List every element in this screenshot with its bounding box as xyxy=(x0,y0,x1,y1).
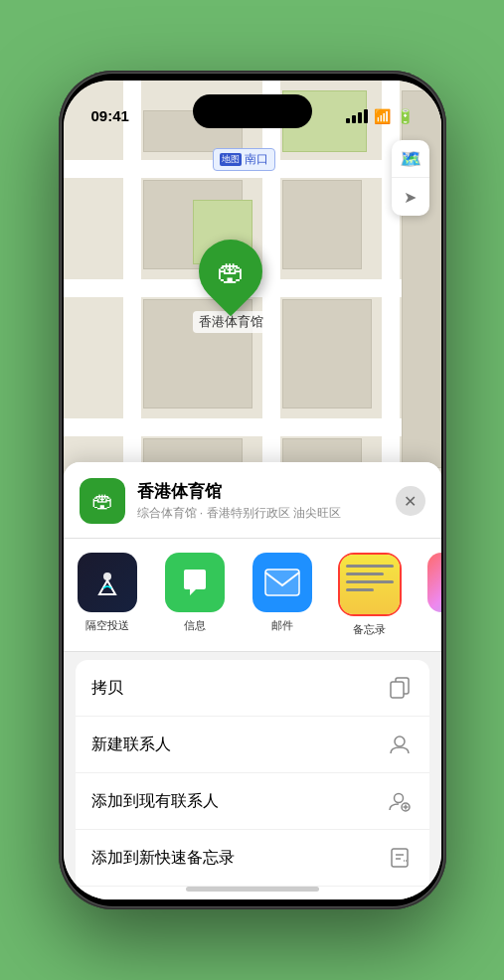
copy-action[interactable]: 拷贝 xyxy=(76,660,429,717)
airdrop-icon xyxy=(78,553,137,612)
add-quick-note-icon xyxy=(386,844,414,872)
map-type-button[interactable]: 🗺️ xyxy=(392,140,429,178)
map-south-entrance-label: 地图 南口 xyxy=(213,148,275,171)
add-existing-contact-action[interactable]: 添加到现有联系人 xyxy=(76,773,429,830)
copy-label: 拷贝 xyxy=(91,678,123,699)
dynamic-island xyxy=(193,94,312,128)
add-existing-contact-icon xyxy=(386,787,414,815)
map-area[interactable]: 地图 南口 🗺️ ➤ 🏟 香港体育馆 xyxy=(64,81,441,508)
location-marker: 🏟 香港体育馆 xyxy=(193,240,269,333)
action-list: 拷贝 新建联系人 xyxy=(76,660,429,899)
sheet-info: 香港体育馆 综合体育馆 · 香港特别行政区 油尖旺区 xyxy=(137,480,384,522)
mail-label: 邮件 xyxy=(271,618,293,633)
add-existing-contact-label: 添加到现有联系人 xyxy=(91,791,219,812)
svg-point-5 xyxy=(395,736,405,746)
more-app[interactable]: ⋯ 推 xyxy=(414,553,441,637)
map-controls: 🗺️ ➤ xyxy=(392,140,429,216)
map-type-icon: 🗺️ xyxy=(400,148,421,170)
add-quick-note-action[interactable]: 添加到新快速备忘录 xyxy=(76,830,429,887)
close-button[interactable]: ✕ xyxy=(396,486,425,516)
copy-icon xyxy=(386,674,414,702)
svg-point-6 xyxy=(394,794,403,803)
bottom-sheet: 🏟 香港体育馆 综合体育馆 · 香港特别行政区 油尖旺区 ✕ xyxy=(64,462,441,899)
signal-bars-icon xyxy=(346,109,368,123)
home-indicator xyxy=(186,887,319,892)
wifi-icon: 📶 xyxy=(374,108,391,124)
messages-app[interactable]: 信息 xyxy=(151,553,239,637)
svg-rect-1 xyxy=(265,570,299,595)
status-time: 09:41 xyxy=(91,107,129,126)
phone-screen: 09:41 📶 🔋 xyxy=(64,81,441,899)
add-quick-note-label: 添加到新快速备忘录 xyxy=(91,848,235,869)
notes-icon xyxy=(340,555,400,614)
status-icons: 📶 🔋 xyxy=(346,108,414,126)
new-contact-icon xyxy=(386,731,414,758)
share-apps-row: 隔空投送 信息 xyxy=(64,539,441,651)
airdrop-label: 隔空投送 xyxy=(85,618,129,633)
phone-frame: 09:41 📶 🔋 xyxy=(59,71,446,909)
stadium-icon: 🏟 xyxy=(217,255,245,288)
close-icon: ✕ xyxy=(404,492,417,511)
mail-icon xyxy=(252,553,312,612)
location-arrow-icon: ➤ xyxy=(404,188,417,207)
svg-rect-4 xyxy=(391,682,404,698)
venue-title: 香港体育馆 xyxy=(137,480,384,503)
messages-icon xyxy=(165,553,225,612)
marker-pin: 🏟 xyxy=(186,227,276,317)
svg-rect-10 xyxy=(392,849,408,867)
venue-icon: 🏟 xyxy=(80,478,125,524)
venue-subtitle: 综合体育馆 · 香港特别行政区 油尖旺区 xyxy=(137,505,384,522)
notes-label: 备忘录 xyxy=(353,622,386,637)
notes-app[interactable]: 备忘录 xyxy=(326,553,414,637)
airdrop-app[interactable]: 隔空投送 xyxy=(64,553,151,637)
new-contact-label: 新建联系人 xyxy=(91,735,171,755)
sheet-header: 🏟 香港体育馆 综合体育馆 · 香港特别行政区 油尖旺区 ✕ xyxy=(64,462,441,538)
battery-icon: 🔋 xyxy=(397,108,414,124)
location-button[interactable]: ➤ xyxy=(392,178,429,216)
new-contact-action[interactable]: 新建联系人 xyxy=(76,717,429,773)
mail-app[interactable]: 邮件 xyxy=(239,553,326,637)
divider-2 xyxy=(64,651,441,652)
more-icon: ⋯ xyxy=(427,553,441,612)
messages-label: 信息 xyxy=(184,618,206,633)
